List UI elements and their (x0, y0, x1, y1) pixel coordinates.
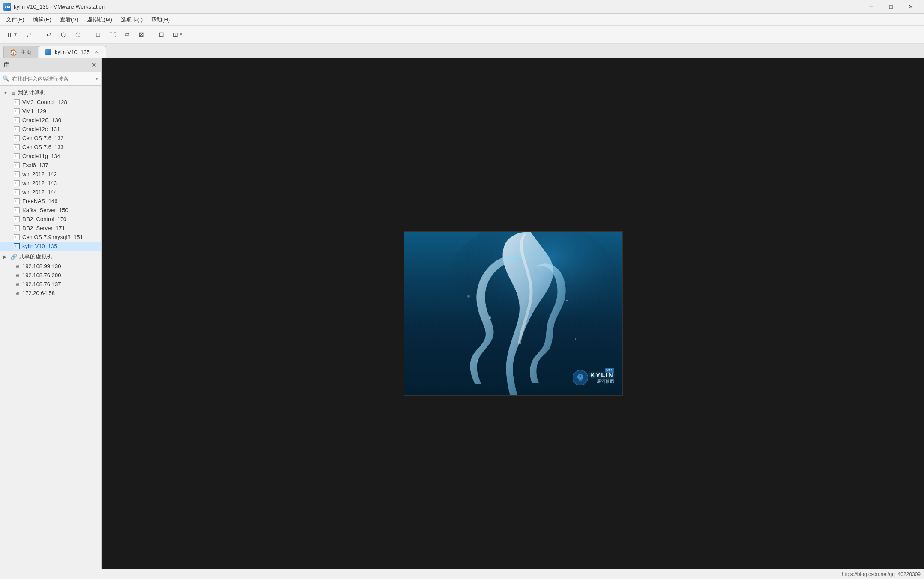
toolbar: ⏸ ▼ ⇄ ↩ ⬡ ⬡ □ ⛶ ⧉ ☒ ☐ ⊡ ▼ (0, 26, 924, 44)
vm-icon-kafka: □ (14, 207, 20, 213)
maximize-button[interactable]: □ (881, 0, 901, 14)
search-dropdown-arrow[interactable]: ▼ (95, 76, 99, 81)
shared3-label: 192.168.76.137 (22, 281, 61, 287)
vm-icon-oracle130: □ (14, 117, 20, 123)
sidebar-tree: ▼ 🖥 我的计算机 □ VM3_Control_128 □ VM1_129 □ … (0, 86, 101, 569)
toolbar-btn-power[interactable]: ↩ (42, 28, 55, 41)
tree-item-win2012-144[interactable]: □ win 2012_144 (0, 188, 101, 197)
sidebar: 库 ✕ 🔍 ▼ ▼ 🖥 我的计算机 □ VM3_Control_128 (0, 58, 102, 569)
tree-item-db2-control[interactable]: □ DB2_Control_170 (0, 215, 101, 224)
tree-item-centos-132[interactable]: □ CentOS 7.6_132 (0, 134, 101, 143)
tab-kylin[interactable]: kylin V10_135 ✕ (39, 46, 106, 58)
vm-icon-win142: □ (14, 171, 20, 177)
content-area[interactable]: V10 KYLIN 辰河麒麟 (102, 58, 924, 569)
kylin-logo-text-group: V10 KYLIN 辰河麒麟 (591, 371, 614, 385)
shared-vm-label: 共享的虚拟机 (19, 253, 52, 260)
oracle131-label: Oracle12c_131 (22, 126, 60, 132)
toolbar-btn-unity[interactable]: ☒ (135, 28, 148, 41)
vm-icon-esxi6: □ (14, 162, 20, 168)
snapshot-icon: ☐ (159, 31, 164, 38)
minimize-button[interactable]: ─ (862, 0, 881, 14)
shared-expand-icon: ▶ (3, 254, 9, 259)
tree-item-vm1[interactable]: □ VM1_129 (0, 107, 101, 116)
win144-label: win 2012_144 (22, 189, 57, 195)
tree-item-kafka[interactable]: □ Kafka_Server_150 (0, 206, 101, 215)
db2control-label: DB2_Control_170 (22, 216, 66, 222)
win142-label: win 2012_142 (22, 171, 57, 177)
db2server-label: DB2_Server_171 (22, 225, 65, 231)
tree-item-shared-3[interactable]: 🖥 192.168.76.137 (0, 280, 101, 289)
menu-vm[interactable]: 虚拟机(M) (83, 14, 116, 25)
tree-item-centos79[interactable]: □ CentOS 7.9 mysql8_151 (0, 233, 101, 242)
vm-icon-centos79: □ (14, 234, 20, 240)
tree-item-freenas[interactable]: □ FreeNAS_146 (0, 197, 101, 206)
kylin-label: kylin V10_135 (22, 243, 57, 249)
tree-item-kylin[interactable]: □ kylin V10_135 (0, 242, 101, 251)
tree-item-oracle11g[interactable]: □ Oracle11g_134 (0, 152, 101, 161)
menu-edit[interactable]: 编辑(E) (29, 14, 56, 25)
shared2-label: 192.168.76.200 (22, 272, 61, 278)
tree-item-win2012-143[interactable]: □ win 2012_143 (0, 179, 101, 188)
tree-item-shared-1[interactable]: 🖥 192.168.99.130 (0, 262, 101, 271)
tree-item-shared-2[interactable]: 🖥 192.168.76.200 (0, 271, 101, 280)
unity-icon: ☒ (139, 31, 144, 38)
centos79-label: CentOS 7.9 mysql8_151 (22, 234, 83, 240)
toolbar-btn-fit[interactable]: □ (92, 28, 104, 41)
tab-bar: 🏠 主页 kylin V10_135 ✕ (0, 44, 924, 58)
tree-item-vm3[interactable]: □ VM3_Control_128 (0, 98, 101, 107)
search-input[interactable] (12, 76, 92, 82)
centos132-label: CentOS 7.6_132 (22, 135, 64, 141)
separator-1 (39, 30, 39, 40)
tab-home[interactable]: 🏠 主页 (3, 46, 38, 58)
network-icon-4: 🖥 (14, 290, 20, 296)
tree-item-shared-4[interactable]: 🖥 172.20.64.58 (0, 289, 101, 298)
vm3-label: VM3_Control_128 (22, 99, 67, 105)
toolbar-btn-snapshot[interactable]: ☐ (155, 28, 168, 41)
window-title: kylin V10_135 - VMware Workstation (14, 3, 862, 10)
toolbar-btn-restart[interactable]: ⬡ (71, 28, 84, 41)
kylin-subtitle: 辰河麒麟 (591, 379, 614, 385)
close-button[interactable]: ✕ (901, 0, 921, 14)
my-computer-label: 我的计算机 (18, 89, 45, 96)
toolbar-btn-window[interactable]: ⧉ (121, 28, 134, 41)
network-icon-1: 🖥 (14, 263, 20, 269)
oracle11g-label: Oracle11g_134 (22, 153, 60, 159)
esxi6-label: Esxi6_137 (22, 162, 48, 168)
win143-label: win 2012_143 (22, 180, 57, 186)
vm-icon-win143: □ (14, 180, 20, 186)
tree-item-oracle12c-130[interactable]: □ Oracle12C_130 (0, 116, 101, 125)
tree-item-centos-133[interactable]: □ CentOS 7.6_133 (0, 143, 101, 152)
menu-file[interactable]: 文件(F) (2, 14, 29, 25)
tree-group-my-computer-header[interactable]: ▼ 🖥 我的计算机 (0, 87, 101, 98)
tree-item-db2-server[interactable]: □ DB2_Server_171 (0, 224, 101, 233)
home-icon: 🏠 (10, 49, 17, 56)
toolbar-btn-screen[interactable]: ⊡ ▼ (170, 28, 186, 41)
menu-view[interactable]: 查看(V) (56, 14, 83, 25)
toolbar-btn-suspend[interactable]: ⬡ (57, 28, 70, 41)
tab-close-btn[interactable]: ✕ (93, 49, 100, 55)
vm-tab-icon (45, 49, 51, 55)
title-bar: VM kylin V10_135 - VMware Workstation ─ … (0, 0, 924, 14)
toolbar-pause-btn[interactable]: ⏸ ▼ (3, 28, 21, 41)
toolbar-btn-send-key[interactable]: ⇄ (22, 28, 35, 41)
vm-icon-win144: □ (14, 189, 20, 195)
toolbar-btn-fullscreen[interactable]: ⛶ (106, 28, 119, 41)
network-icon-2: 🖥 (14, 272, 20, 278)
tree-item-oracle12c-131[interactable]: □ Oracle12c_131 (0, 125, 101, 134)
vm-display[interactable]: V10 KYLIN 辰河麒麟 (404, 231, 623, 396)
tree-group-shared-header[interactable]: ▶ 🔗 共享的虚拟机 (0, 251, 101, 262)
tree-group-shared: ▶ 🔗 共享的虚拟机 🖥 192.168.99.130 🖥 192.168.76… (0, 251, 101, 298)
svg-point-1 (489, 316, 491, 319)
menu-tabs[interactable]: 选项卡(I) (116, 14, 147, 25)
vm-icon-vm3: □ (14, 99, 20, 105)
vm-icon-vm1: □ (14, 108, 20, 114)
menu-help[interactable]: 帮助(H) (147, 14, 174, 25)
tree-item-win2012-142[interactable]: □ win 2012_142 (0, 170, 101, 179)
svg-point-2 (566, 300, 568, 301)
vm-icon-centos133: □ (14, 144, 20, 150)
expand-icon: ▼ (3, 90, 9, 95)
tree-item-esxi6[interactable]: □ Esxi6_137 (0, 161, 101, 170)
fit-icon: □ (96, 31, 100, 38)
sidebar-close-btn[interactable]: ✕ (89, 61, 98, 69)
vm-icon-oracle131: □ (14, 126, 20, 132)
